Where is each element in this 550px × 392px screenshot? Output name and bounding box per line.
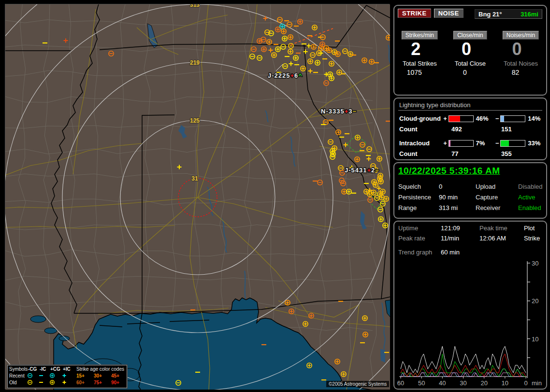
rates-panel: STRIKE NOISE Bng 21° 316mi Strikes/min C… bbox=[393, 5, 547, 96]
range-ring-label: 219 bbox=[190, 59, 200, 66]
plus-sign: + bbox=[442, 140, 449, 147]
status-row: Squelch0UploadDisabled bbox=[398, 183, 546, 190]
x-axis-unit-label: min bbox=[532, 379, 542, 387]
legend-symbol-glyphs bbox=[26, 372, 74, 387]
status-row: Range313 miReceiverEnabled bbox=[398, 204, 546, 211]
legend-row-recent: Recent bbox=[9, 373, 25, 378]
minus-sign: − bbox=[494, 115, 500, 122]
total-strikes-label: Total Strikes bbox=[394, 60, 445, 67]
noises-per-min-value: 0 bbox=[495, 40, 546, 59]
status-value: Active bbox=[518, 194, 535, 201]
y-axis-tick: 20 bbox=[532, 297, 538, 305]
datetime-display: 10/22/2025 5:39:16 AM bbox=[398, 166, 546, 176]
intracloud-label: Intracloud bbox=[399, 140, 442, 147]
status-label: Range bbox=[398, 204, 439, 211]
x-axis-tick: 10 bbox=[502, 379, 508, 387]
trend-graph: 1020306050403020100min bbox=[394, 222, 546, 389]
cloud-ground-row: Cloud-ground + 46% − 14% bbox=[399, 115, 546, 122]
status-row: Persistence90 minCaptureActive bbox=[398, 194, 546, 201]
map-copyright: ©2005 Astrogenic Systems bbox=[326, 381, 389, 387]
status-value: Disabled bbox=[518, 183, 543, 190]
cg-negative-count: 151 bbox=[501, 126, 512, 133]
range-ring-label: 125 bbox=[190, 117, 200, 124]
x-axis-tick: 60 bbox=[397, 379, 404, 387]
cg-positive-bar bbox=[449, 115, 474, 122]
trend-panel: Uptime 121:09 Peak time Plot Peak rate 1… bbox=[393, 221, 547, 390]
status-value: 0 bbox=[439, 183, 476, 190]
x-axis-tick: 40 bbox=[439, 379, 446, 387]
status-value: 313 mi bbox=[439, 204, 476, 211]
minus-sign: − bbox=[494, 140, 500, 147]
total-noises-label: Total Noises bbox=[495, 60, 546, 67]
bearing-range-value: 316mi bbox=[521, 11, 538, 18]
total-noises-value: 82 bbox=[495, 69, 546, 76]
intracloud-row: Intracloud + 7% − 33% bbox=[399, 140, 546, 147]
status-label: Squelch bbox=[398, 183, 439, 190]
lightning-map[interactable]: 31321912531J-2225+6^N-3335+3−J-5431+2− S… bbox=[5, 4, 390, 389]
range-ring-label: 313 bbox=[190, 4, 200, 8]
trend-series-+IC bbox=[401, 373, 526, 377]
legend-col-pos-cg: +CG bbox=[50, 366, 60, 372]
status-value: 90 min bbox=[439, 194, 476, 201]
x-axis-tick: 20 bbox=[480, 379, 487, 387]
x-axis-tick: 0 bbox=[524, 379, 527, 387]
status-label: Upload bbox=[476, 183, 518, 190]
bearing-readout: Bng 21° 316mi bbox=[475, 9, 542, 19]
status-panel: 10/22/2025 5:39:16 AM Squelch0UploadDisa… bbox=[393, 162, 547, 219]
cloud-ground-count-row: Count 492 151 bbox=[399, 126, 546, 133]
ic-negative-pct: 33% bbox=[528, 140, 546, 147]
plus-sign: + bbox=[442, 115, 449, 122]
cg-negative-pct: 14% bbox=[528, 115, 546, 122]
age-code-90+: 90+ bbox=[111, 380, 119, 385]
storm-cell-label: J-5431+2− bbox=[345, 167, 379, 174]
legend-age-title: Strike age color codes bbox=[76, 366, 124, 372]
y-axis-tick: 10 bbox=[532, 336, 538, 343]
close-per-min-value: 0 bbox=[445, 40, 496, 59]
storm-cell-label: N-3335+3− bbox=[321, 108, 357, 115]
distribution-panel: Lightning type distribution Cloud-ground… bbox=[393, 98, 547, 160]
legend-col-neg-cg: -CG bbox=[28, 366, 37, 372]
map-canvas: 31321912531J-2225+6^N-3335+3−J-5431+2− bbox=[5, 4, 390, 390]
close-per-min-chip[interactable]: Close/min bbox=[453, 31, 487, 40]
count-label: Count bbox=[399, 126, 451, 133]
strikes-per-min-chip[interactable]: Strikes/min bbox=[402, 31, 438, 40]
age-code-15+: 15+ bbox=[76, 373, 85, 378]
noises-per-min-chip[interactable]: Noises/min bbox=[503, 31, 539, 40]
cg-negative-bar bbox=[500, 115, 525, 122]
legend-col-neg-ic: -IC bbox=[40, 366, 46, 372]
ic-negative-bar bbox=[500, 140, 525, 147]
status-label: Capture bbox=[476, 194, 518, 201]
legend-symbols-title: Symbols bbox=[9, 366, 28, 372]
x-axis-tick: 50 bbox=[418, 379, 425, 387]
nexstorm-app: { "panel": { "strike_btn": "STRIKE", "no… bbox=[0, 0, 550, 392]
status-label: Receiver bbox=[476, 204, 518, 211]
status-grid: Squelch0UploadDisabledPersistence90 minC… bbox=[398, 183, 546, 211]
legend-col-pos-ic: +IC bbox=[63, 366, 71, 372]
intracloud-count-row: Count 77 355 bbox=[399, 150, 546, 157]
y-axis-tick: 30 bbox=[532, 260, 538, 267]
legend-row-old: Old bbox=[9, 380, 17, 385]
x-axis-tick: 30 bbox=[460, 379, 466, 387]
distribution-title: Lightning type distribution bbox=[398, 100, 542, 111]
ic-positive-count: 77 bbox=[451, 150, 501, 157]
age-code-30+: 30+ bbox=[94, 373, 102, 378]
count-label: Count bbox=[399, 150, 451, 157]
bearing-value: Bng 21° bbox=[478, 11, 502, 18]
age-code-60+: 60+ bbox=[76, 380, 85, 385]
strikes-per-min-value: 2 bbox=[394, 40, 445, 59]
cg-positive-pct: 46% bbox=[476, 115, 494, 122]
cloud-ground-label: Cloud-ground bbox=[399, 115, 442, 122]
cg-positive-count: 492 bbox=[451, 126, 501, 133]
storm-cell-label: J-2225+6^ bbox=[268, 72, 303, 79]
ic-positive-bar bbox=[449, 140, 474, 147]
range-ring-label: 31 bbox=[191, 175, 198, 182]
total-close-value: 0 bbox=[445, 69, 496, 76]
status-value: Enabled bbox=[518, 204, 541, 211]
total-close-label: Total Close bbox=[445, 60, 496, 67]
status-label: Persistence bbox=[398, 194, 439, 201]
ic-negative-count: 355 bbox=[501, 150, 512, 157]
age-code-75+: 75+ bbox=[94, 380, 102, 385]
strike-button[interactable]: STRIKE bbox=[398, 9, 431, 18]
map-symbol-legend: Symbols -CG -IC +CG +IC Strike age color… bbox=[7, 365, 127, 388]
noise-button[interactable]: NOISE bbox=[434, 9, 463, 18]
